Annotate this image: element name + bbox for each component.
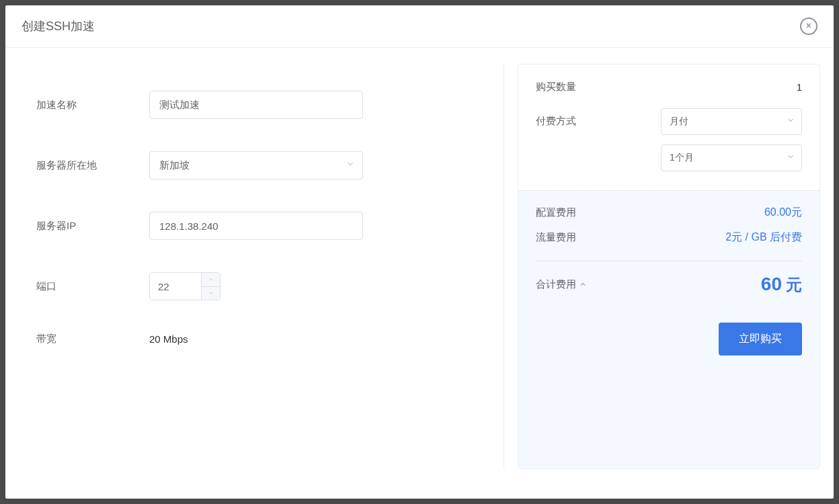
duration-select[interactable] [661,144,802,171]
caret-up-icon [208,274,214,286]
caret-down-icon [208,287,214,299]
qty-label: 购买数量 [536,81,576,93]
port-input[interactable] [150,273,201,300]
traffic-cost-value: 2元 / GB 后付费 [725,230,802,245]
divider [536,261,802,261]
name-label: 加速名称 [36,99,149,112]
bandwidth-label: 带宽 [36,333,149,345]
payment-type-select[interactable] [661,108,802,135]
port-decrease-button[interactable] [202,287,220,300]
modal-header: 创建SSH加速 [5,5,834,48]
form-panel: 加速名称 服务器所在地 服务器IP [5,64,504,469]
close-button[interactable] [800,17,817,35]
traffic-cost-label: 流量费用 [536,231,576,244]
qty-value: 1 [797,81,802,93]
ip-input[interactable] [149,212,363,240]
total-value: 60元 [761,274,802,296]
payment-label: 付费方式 [536,108,576,128]
location-label: 服务器所在地 [36,159,149,172]
buy-now-button[interactable]: 立即购买 [719,323,802,355]
ip-label: 服务器IP [36,220,149,233]
modal-title: 创建SSH加速 [22,18,95,34]
location-select[interactable] [149,151,363,179]
config-cost-label: 配置费用 [536,206,576,219]
create-ssh-accel-modal: 创建SSH加速 加速名称 服务器所在地 [5,5,834,499]
chevron-up-icon [579,279,587,290]
port-increase-button[interactable] [202,273,220,287]
bandwidth-value: 20 Mbps [149,333,188,345]
name-input[interactable] [149,91,363,119]
close-icon [805,20,813,32]
port-label: 端口 [36,280,149,293]
config-cost-value: 60.00元 [764,206,802,220]
total-label-text: 合计费用 [536,278,576,291]
total-toggle[interactable]: 合计费用 [536,278,587,291]
summary-panel: 购买数量 1 付费方式 [504,48,820,485]
